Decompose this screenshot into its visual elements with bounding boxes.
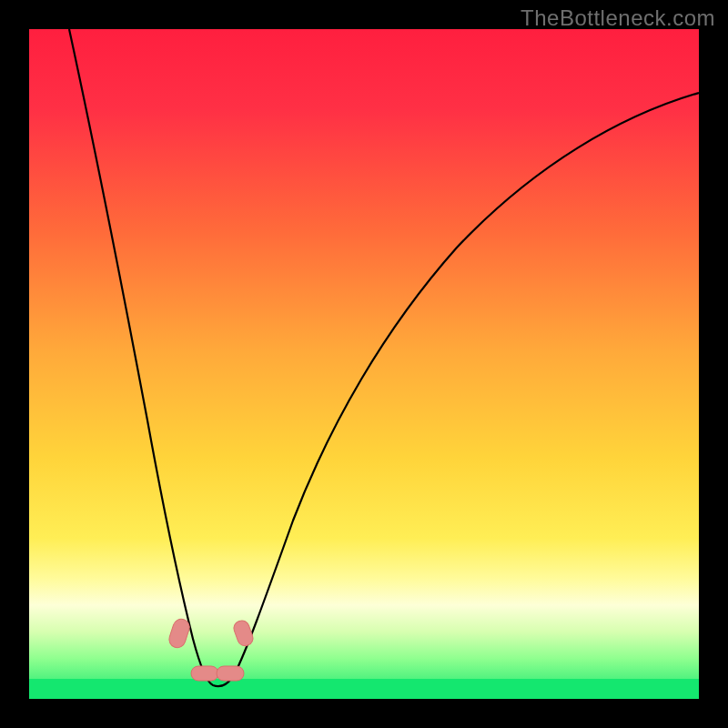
plot-area bbox=[29, 29, 699, 699]
chart-frame: TheBottleneck.com bbox=[0, 0, 728, 728]
plot-svg bbox=[29, 29, 699, 699]
gradient-background bbox=[29, 29, 699, 699]
watermark-text: TheBottleneck.com bbox=[521, 5, 715, 31]
marker-3 bbox=[217, 666, 244, 681]
baseline-band bbox=[29, 679, 699, 699]
marker-2 bbox=[191, 666, 218, 681]
